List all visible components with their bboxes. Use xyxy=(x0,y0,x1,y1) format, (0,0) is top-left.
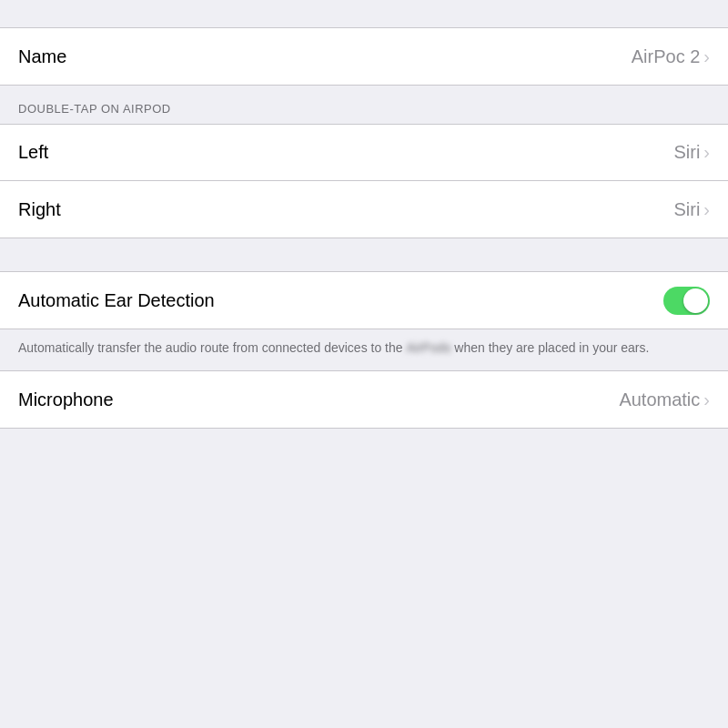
left-chevron-icon: › xyxy=(703,142,710,163)
settings-page: Name AirPoc 2 › DOUBLE-TAP ON AIRPOD Lef… xyxy=(0,0,728,728)
left-label: Left xyxy=(18,142,48,163)
double-tap-header: DOUBLE-TAP ON AIRPOD xyxy=(0,86,728,124)
right-label: Right xyxy=(18,199,61,220)
right-row[interactable]: Right Siri › xyxy=(0,181,728,238)
ear-detection-section: Automatic Ear Detection xyxy=(0,271,728,329)
right-chevron-icon: › xyxy=(703,199,710,220)
microphone-value-container: Automatic › xyxy=(619,389,710,410)
microphone-row[interactable]: Microphone Automatic › xyxy=(0,371,728,428)
microphone-label: Microphone xyxy=(18,389,114,410)
microphone-value: Automatic xyxy=(619,389,700,410)
double-tap-section: Left Siri › Right Siri › xyxy=(0,124,728,238)
toggle-knob xyxy=(683,288,708,313)
name-chevron-icon: › xyxy=(703,46,710,67)
description-text: Automatically transfer the audio route f… xyxy=(18,340,649,355)
ear-detection-description: Automatically transfer the audio route f… xyxy=(0,329,728,370)
left-value-container: Siri › xyxy=(673,142,710,163)
right-value: Siri xyxy=(673,199,700,220)
top-spacer xyxy=(0,0,728,27)
ear-detection-row[interactable]: Automatic Ear Detection xyxy=(0,272,728,329)
description-text-before: Automatically transfer the audio route f… xyxy=(18,340,406,355)
microphone-section: Microphone Automatic › xyxy=(0,370,728,429)
ear-detection-label: Automatic Ear Detection xyxy=(18,290,215,311)
blurred-airpods-text: AirPods xyxy=(406,339,450,358)
ear-detection-toggle[interactable] xyxy=(663,287,710,315)
name-section: Name AirPoc 2 › xyxy=(0,27,728,86)
microphone-chevron-icon: › xyxy=(703,389,710,410)
double-tap-header-text: DOUBLE-TAP ON AIRPOD xyxy=(18,102,171,116)
left-value: Siri xyxy=(673,142,700,163)
spacer-2 xyxy=(0,238,728,271)
right-value-container: Siri › xyxy=(673,199,710,220)
name-label: Name xyxy=(18,46,66,67)
name-value: AirPoc 2 xyxy=(632,46,701,67)
name-row[interactable]: Name AirPoc 2 › xyxy=(0,28,728,85)
left-row[interactable]: Left Siri › xyxy=(0,125,728,181)
description-text-after: when they are placed in your ears. xyxy=(450,340,649,355)
name-value-container: AirPoc 2 › xyxy=(632,46,710,67)
